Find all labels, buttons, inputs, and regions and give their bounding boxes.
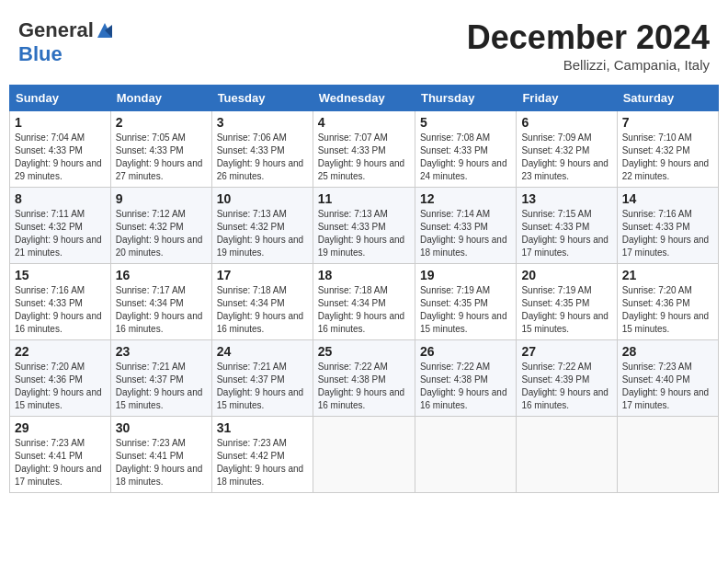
- calendar-day-cell: 11 Sunrise: 7:13 AM Sunset: 4:33 PM Dayl…: [313, 188, 415, 264]
- calendar-day-cell: 19 Sunrise: 7:19 AM Sunset: 4:35 PM Dayl…: [415, 264, 516, 340]
- sunrise-label: Sunrise: 7:08 AM: [420, 132, 490, 143]
- calendar-day-cell: 28 Sunrise: 7:23 AM Sunset: 4:40 PM Dayl…: [617, 340, 718, 417]
- day-number: 4: [318, 115, 410, 130]
- calendar-day-cell: [617, 417, 718, 493]
- calendar-day-cell: 14 Sunrise: 7:16 AM Sunset: 4:33 PM Dayl…: [617, 188, 718, 264]
- calendar-week-row: 8 Sunrise: 7:11 AM Sunset: 4:32 PM Dayli…: [10, 188, 719, 264]
- sunrise-label: Sunrise: 7:17 AM: [116, 285, 186, 295]
- day-number: 15: [15, 268, 106, 282]
- sunrise-label: Sunrise: 7:07 AM: [318, 132, 388, 143]
- sunrise-label: Sunrise: 7:16 AM: [15, 285, 85, 295]
- sunrise-label: Sunrise: 7:23 AM: [116, 438, 186, 448]
- day-info: Sunrise: 7:23 AM Sunset: 4:40 PM Dayligh…: [622, 361, 713, 412]
- daylight-label: Daylight: 9 hours and 19 minutes.: [318, 235, 405, 258]
- calendar-day-cell: 15 Sunrise: 7:16 AM Sunset: 4:33 PM Dayl…: [10, 264, 111, 340]
- sunrise-label: Sunrise: 7:18 AM: [217, 285, 287, 295]
- sunrise-label: Sunrise: 7:18 AM: [318, 285, 388, 295]
- calendar-day-cell: 2 Sunrise: 7:05 AM Sunset: 4:33 PM Dayli…: [110, 111, 211, 188]
- calendar-day-cell: 5 Sunrise: 7:08 AM Sunset: 4:33 PM Dayli…: [415, 111, 516, 188]
- day-info: Sunrise: 7:23 AM Sunset: 4:41 PM Dayligh…: [15, 437, 106, 488]
- calendar-day-cell: 24 Sunrise: 7:21 AM Sunset: 4:37 PM Dayl…: [211, 340, 313, 417]
- day-number: 9: [116, 191, 207, 206]
- day-number: 30: [116, 420, 207, 435]
- sunrise-label: Sunrise: 7:11 AM: [15, 209, 85, 219]
- day-number: 12: [420, 191, 511, 206]
- day-header-friday: Friday: [517, 86, 617, 111]
- daylight-label: Daylight: 9 hours and 16 minutes.: [318, 311, 405, 334]
- daylight-label: Daylight: 9 hours and 20 minutes.: [116, 235, 203, 258]
- sunset-label: Sunset: 4:34 PM: [116, 298, 184, 308]
- sunset-label: Sunset: 4:36 PM: [622, 298, 690, 308]
- calendar-day-cell: 22 Sunrise: 7:20 AM Sunset: 4:36 PM Dayl…: [10, 340, 111, 417]
- sunrise-label: Sunrise: 7:22 AM: [420, 362, 490, 372]
- day-info: Sunrise: 7:17 AM Sunset: 4:34 PM Dayligh…: [116, 284, 207, 336]
- calendar-day-cell: 17 Sunrise: 7:18 AM Sunset: 4:34 PM Dayl…: [211, 264, 313, 340]
- sunrise-label: Sunrise: 7:09 AM: [521, 132, 591, 143]
- sunset-label: Sunset: 4:32 PM: [217, 222, 285, 232]
- day-number: 2: [116, 115, 207, 130]
- daylight-label: Daylight: 9 hours and 29 minutes.: [15, 158, 102, 181]
- day-number: 23: [116, 344, 207, 359]
- day-number: 1: [15, 115, 106, 130]
- sunset-label: Sunset: 4:33 PM: [521, 222, 589, 232]
- calendar-day-cell: 25 Sunrise: 7:22 AM Sunset: 4:38 PM Dayl…: [313, 340, 415, 417]
- sunset-label: Sunset: 4:32 PM: [622, 145, 690, 155]
- daylight-label: Daylight: 9 hours and 16 minutes.: [217, 311, 304, 334]
- sunrise-label: Sunrise: 7:21 AM: [116, 362, 186, 372]
- calendar-day-cell: [415, 417, 516, 493]
- sunrise-label: Sunrise: 7:04 AM: [15, 132, 85, 143]
- calendar-day-cell: [517, 417, 617, 493]
- sunrise-label: Sunrise: 7:14 AM: [420, 209, 490, 219]
- day-info: Sunrise: 7:22 AM Sunset: 4:39 PM Dayligh…: [521, 361, 611, 412]
- day-info: Sunrise: 7:14 AM Sunset: 4:33 PM Dayligh…: [420, 208, 511, 259]
- daylight-label: Daylight: 9 hours and 16 minutes.: [521, 387, 609, 410]
- day-header-wednesday: Wednesday: [313, 86, 415, 111]
- day-number: 10: [217, 191, 308, 206]
- calendar-table: SundayMondayTuesdayWednesdayThursdayFrid…: [9, 85, 719, 493]
- day-info: Sunrise: 7:19 AM Sunset: 4:35 PM Dayligh…: [420, 284, 511, 336]
- calendar-day-cell: 10 Sunrise: 7:13 AM Sunset: 4:32 PM Dayl…: [211, 188, 313, 264]
- day-number: 6: [521, 115, 611, 130]
- daylight-label: Daylight: 9 hours and 18 minutes.: [116, 464, 203, 487]
- sunset-label: Sunset: 4:33 PM: [318, 145, 386, 155]
- sunrise-label: Sunrise: 7:05 AM: [116, 132, 186, 143]
- sunrise-label: Sunrise: 7:23 AM: [622, 362, 692, 372]
- day-info: Sunrise: 7:06 AM Sunset: 4:33 PM Dayligh…: [217, 132, 308, 183]
- day-header-monday: Monday: [110, 86, 211, 111]
- day-info: Sunrise: 7:18 AM Sunset: 4:34 PM Dayligh…: [217, 284, 308, 336]
- sunrise-label: Sunrise: 7:15 AM: [521, 209, 591, 219]
- day-number: 29: [15, 420, 106, 435]
- sunset-label: Sunset: 4:32 PM: [116, 222, 184, 232]
- day-number: 7: [622, 115, 713, 130]
- sunset-label: Sunset: 4:33 PM: [420, 222, 488, 232]
- daylight-label: Daylight: 9 hours and 17 minutes.: [521, 235, 609, 258]
- sunrise-label: Sunrise: 7:21 AM: [217, 362, 287, 372]
- day-info: Sunrise: 7:08 AM Sunset: 4:33 PM Dayligh…: [420, 132, 511, 183]
- day-info: Sunrise: 7:11 AM Sunset: 4:32 PM Dayligh…: [15, 208, 106, 259]
- day-info: Sunrise: 7:20 AM Sunset: 4:36 PM Dayligh…: [622, 284, 713, 336]
- sunset-label: Sunset: 4:32 PM: [521, 145, 589, 155]
- day-number: 28: [622, 344, 713, 359]
- sunrise-label: Sunrise: 7:20 AM: [622, 285, 692, 295]
- calendar-day-cell: 21 Sunrise: 7:20 AM Sunset: 4:36 PM Dayl…: [617, 264, 718, 340]
- day-number: 22: [15, 344, 106, 359]
- calendar-day-cell: 1 Sunrise: 7:04 AM Sunset: 4:33 PM Dayli…: [10, 111, 111, 188]
- calendar-day-cell: 6 Sunrise: 7:09 AM Sunset: 4:32 PM Dayli…: [517, 111, 617, 188]
- calendar-week-row: 15 Sunrise: 7:16 AM Sunset: 4:33 PM Dayl…: [10, 264, 719, 340]
- sunset-label: Sunset: 4:33 PM: [622, 222, 690, 232]
- daylight-label: Daylight: 9 hours and 17 minutes.: [622, 235, 710, 258]
- day-info: Sunrise: 7:15 AM Sunset: 4:33 PM Dayligh…: [521, 208, 611, 259]
- sunrise-label: Sunrise: 7:16 AM: [622, 209, 692, 219]
- calendar-day-cell: 31 Sunrise: 7:23 AM Sunset: 4:42 PM Dayl…: [211, 417, 313, 493]
- day-info: Sunrise: 7:23 AM Sunset: 4:42 PM Dayligh…: [217, 437, 308, 488]
- sunset-label: Sunset: 4:36 PM: [15, 374, 83, 385]
- daylight-label: Daylight: 9 hours and 19 minutes.: [217, 235, 304, 258]
- calendar-week-row: 1 Sunrise: 7:04 AM Sunset: 4:33 PM Dayli…: [10, 111, 719, 188]
- sunset-label: Sunset: 4:35 PM: [521, 298, 589, 308]
- calendar-day-cell: 9 Sunrise: 7:12 AM Sunset: 4:32 PM Dayli…: [110, 188, 211, 264]
- day-info: Sunrise: 7:22 AM Sunset: 4:38 PM Dayligh…: [420, 361, 511, 412]
- daylight-label: Daylight: 9 hours and 24 minutes.: [420, 158, 507, 181]
- day-number: 26: [420, 344, 511, 359]
- calendar-header-row: SundayMondayTuesdayWednesdayThursdayFrid…: [10, 86, 719, 111]
- sunrise-label: Sunrise: 7:19 AM: [420, 285, 490, 295]
